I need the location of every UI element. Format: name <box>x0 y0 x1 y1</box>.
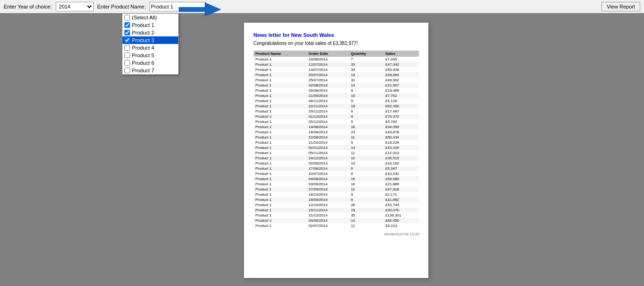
table-cell: 11 <box>349 223 383 228</box>
table-row: Product 112/10/201428£53,743 <box>253 202 419 208</box>
table-cell: £21,889 <box>383 182 419 187</box>
table-cell: 04/08/2014 <box>307 176 349 182</box>
table-row: Product 102/08/201414£21,507 <box>253 83 419 88</box>
table-cell: £49,902 <box>383 78 419 83</box>
table-row: Product 114/08/201416£34,099 <box>253 124 419 130</box>
table-cell: 13 <box>349 72 383 78</box>
table-row: Product 118/09/20148£31,892 <box>253 197 419 202</box>
dropdown-item-product-4[interactable]: Product 4 <box>122 44 178 52</box>
table-cell: 28 <box>349 202 383 208</box>
table-cell: 12/10/2014 <box>307 202 349 208</box>
table-cell: £139,301 <box>383 213 419 218</box>
table-cell: £17,487 <box>383 109 419 114</box>
table-cell: 22/11/2014 <box>307 104 349 109</box>
dropdown-item-product-7[interactable]: Product 7 <box>122 67 178 74</box>
table-cell: 23 <box>349 130 383 135</box>
checkbox-select-all[interactable] <box>124 15 130 20</box>
dropdown-item-product-6[interactable]: Product 6 <box>122 59 178 67</box>
table-cell: 20/07/2014 <box>307 72 349 78</box>
table-cell: Product 1 <box>253 83 307 88</box>
table-cell: 22/08/2014 <box>307 135 349 140</box>
dropdown-item-product-1[interactable]: Product 1 <box>122 21 178 29</box>
table-cell: Product 1 <box>253 145 307 150</box>
checkbox-product-3[interactable] <box>124 37 130 43</box>
table-cell: £47,918 <box>383 187 419 192</box>
dropdown-item-product-5[interactable]: Product 5 <box>122 52 178 59</box>
table-cell: 5 <box>349 98 383 104</box>
table-cell: 16 <box>349 124 383 130</box>
table-row: Product 103/09/201416£21,889 <box>253 182 419 187</box>
table-cell: 02/11/2014 <box>307 145 349 150</box>
table-row: Product 122/11/201419£62,390 <box>253 104 419 109</box>
table-cell: Product 1 <box>253 67 307 72</box>
table-cell: Product 1 <box>253 218 307 223</box>
table-cell: 18/10/2014 <box>307 192 349 197</box>
table-cell: 6 <box>349 109 383 114</box>
table-cell: 31 <box>349 78 383 83</box>
table-row: Product 118/08/201423£43,878 <box>253 130 419 135</box>
table-cell: £35,515 <box>383 156 419 161</box>
table-cell: Product 1 <box>253 156 307 161</box>
checkbox-product-2[interactable] <box>124 30 130 35</box>
table-cell: 06/11/2014 <box>307 98 349 104</box>
table-cell: £19,102 <box>383 161 419 166</box>
table-row: Product 102/06/201413£19,102 <box>253 161 419 166</box>
table-cell: Product 1 <box>253 88 307 93</box>
dropdown-item-label: Product 1 <box>132 22 154 28</box>
dropdown-item-label: Product 2 <box>132 30 154 35</box>
table-cell: 34 <box>349 67 383 72</box>
table-cell: 16/11/2014 <box>307 208 349 213</box>
table-cell: Product 1 <box>253 135 307 140</box>
main-area: News letter for New South Wales Congratu… <box>0 13 644 286</box>
table-cell: 22/07/2014 <box>307 171 349 176</box>
checkbox-product-5[interactable] <box>124 52 130 58</box>
table-cell: £9,213 <box>383 223 419 228</box>
table-cell: £70,372 <box>383 114 419 119</box>
table-cell: Product 1 <box>253 62 307 67</box>
table-cell: £7,752 <box>383 93 419 98</box>
checkbox-product-1[interactable] <box>124 22 130 28</box>
table-cell: 18/08/2014 <box>307 130 349 135</box>
year-select[interactable]: 2014 2015 2016 <box>56 2 94 11</box>
svg-marker-0 <box>179 2 221 17</box>
table-row: Product 118/10/20149£2,171 <box>253 192 419 197</box>
table-cell: 11 <box>349 135 383 140</box>
dropdown-item-product-2[interactable]: Product 2 <box>122 29 178 36</box>
table-row: Product 104/08/201415£59,580 <box>253 176 419 182</box>
report-page: News letter for New South Wales Congratu… <box>244 23 428 278</box>
table-cell: Product 1 <box>253 93 307 98</box>
dropdown-item-label: Product 3 <box>132 37 154 43</box>
table-cell: 7 <box>349 57 383 62</box>
table-cell: Product 1 <box>253 171 307 176</box>
blue-arrow-icon <box>179 2 221 17</box>
table-cell: 21/12/2014 <box>307 213 349 218</box>
table-cell: Product 1 <box>253 150 307 156</box>
table-cell: 10 <box>349 156 383 161</box>
table-row: Product 121/09/201413£7,752 <box>253 93 419 98</box>
report-title: News letter for New South Wales <box>253 32 419 38</box>
dropdown-item-product-3[interactable]: Product 3 <box>122 36 178 44</box>
table-cell: Product 1 <box>253 104 307 109</box>
view-report-button[interactable]: View Report <box>601 2 640 11</box>
table-row: Product 122/08/201411£50,434 <box>253 135 419 140</box>
table-row: Product 112/07/201420£47,342 <box>253 62 419 67</box>
col-header-order-date: Order Date <box>307 51 349 57</box>
checkbox-product-7[interactable] <box>124 68 130 73</box>
dropdown-item-select-all[interactable]: (Select All) <box>122 14 178 21</box>
report-subtitle: Congratulations on your total sales of £… <box>253 41 419 46</box>
dropdown-item-label: Product 6 <box>132 60 154 66</box>
table-cell: Product 1 <box>253 202 307 208</box>
table-cell: Product 1 <box>253 176 307 182</box>
table-row: Product 104/06/201414£62,450 <box>253 218 419 223</box>
table-cell: 01/12/2014 <box>307 114 349 119</box>
table-row: Product 125/07/201431£49,902 <box>253 78 419 83</box>
table-cell: £59,580 <box>383 176 419 182</box>
table-cell: 19 <box>349 208 383 213</box>
table-cell: Product 1 <box>253 119 307 124</box>
table-cell: 25/12/2014 <box>307 119 349 124</box>
checkbox-product-4[interactable] <box>124 45 130 51</box>
checkbox-product-6[interactable] <box>124 60 130 66</box>
table-cell: 5 <box>349 140 383 145</box>
table-cell: Product 1 <box>253 213 307 218</box>
table-cell: 12 <box>349 187 383 192</box>
